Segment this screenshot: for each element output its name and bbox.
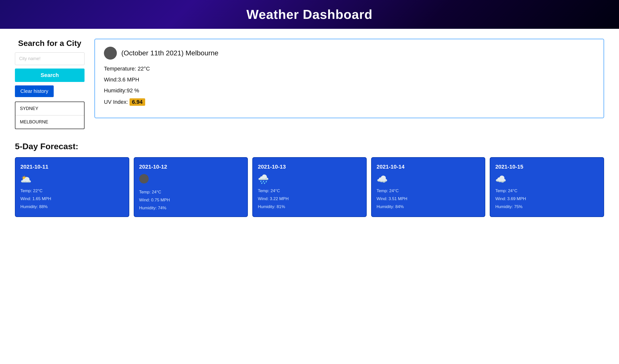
temperature-info: Temperature: 22°C [104,66,595,72]
forecast-icon-5: ☁️ [495,174,599,184]
forecast-wind-5: Wind: 3.69 MPH [495,196,599,201]
weather-card-header: (October 11th 2021) Melbourne [104,47,595,60]
forecast-date-1: 2021-10-11 [20,164,124,170]
forecast-date-4: 2021-10-14 [377,164,480,170]
forecast-wind-2: Wind: 0.75 MPH [139,198,243,203]
search-sidebar: Search for a City Search Clear history S… [15,39,85,129]
uv-info: UV Index: 6.94 [104,98,595,106]
history-item-sydney[interactable]: SYDNEY [15,102,84,115]
forecast-icon-4: ☁️ [377,174,480,184]
forecast-temp-4: Temp: 24°C [377,188,480,193]
forecast-grid: 2021-10-11 🌥️ Temp: 22°C Wind: 1.65 MPH … [15,157,604,217]
forecast-date-5: 2021-10-15 [495,164,599,170]
forecast-icon-2 [139,174,243,186]
weather-date-city: (October 11th 2021) Melbourne [121,49,219,57]
forecast-icon-3: 🌧️ [258,174,361,184]
current-weather-card: (October 11th 2021) Melbourne Temperatur… [94,39,604,118]
sidebar-title: Search for a City [15,39,85,48]
main-content: Search for a City Search Clear history S… [0,29,619,139]
uv-label: UV Index: [104,99,130,105]
forecast-temp-1: Temp: 22°C [20,188,124,193]
forecast-wind-4: Wind: 3.51 MPH [377,196,480,201]
forecast-temp-5: Temp: 24°C [495,188,599,193]
page-title: Weather Dashboard [10,7,609,22]
history-list: SYDNEY MELBOURNE [15,102,85,129]
app-header: Weather Dashboard [0,0,619,29]
forecast-section: 5-Day Forecast: 2021-10-11 🌥️ Temp: 22°C… [0,139,619,232]
city-input[interactable] [15,52,85,65]
humidity-info: Humidity:92 % [104,87,595,94]
forecast-humidity-2: Humidity: 74% [139,206,243,211]
forecast-icon-1: 🌥️ [20,174,124,184]
uv-value: 6.94 [130,98,145,106]
clear-history-button[interactable]: Clear history [15,85,54,97]
forecast-card-day-3: 2021-10-13 🌧️ Temp: 24°C Wind: 3.22 MPH … [252,157,367,217]
forecast-temp-3: Temp: 24°C [258,188,361,193]
history-item-melbourne[interactable]: MELBOURNE [15,115,84,129]
forecast-card-day-1: 2021-10-11 🌥️ Temp: 22°C Wind: 1.65 MPH … [15,157,129,217]
forecast-card-day-4: 2021-10-14 ☁️ Temp: 24°C Wind: 3.51 MPH … [371,157,486,217]
forecast-wind-1: Wind: 1.65 MPH [20,196,124,201]
search-button[interactable]: Search [15,69,85,82]
forecast-humidity-5: Humidity: 75% [495,204,599,209]
forecast-temp-2: Temp: 24°C [139,190,243,195]
forecast-card-day-2: 2021-10-12 Temp: 24°C Wind: 0.75 MPH Hum… [134,157,248,217]
forecast-humidity-4: Humidity: 84% [377,204,480,209]
forecast-card-day-5: 2021-10-15 ☁️ Temp: 24°C Wind: 3.69 MPH … [490,157,604,217]
forecast-wind-3: Wind: 3.22 MPH [258,196,361,201]
weather-icon [104,47,117,60]
forecast-date-2: 2021-10-12 [139,164,243,170]
forecast-date-3: 2021-10-13 [258,164,361,170]
forecast-humidity-1: Humidity: 88% [20,204,124,209]
forecast-humidity-3: Humidity: 81% [258,204,361,209]
forecast-title: 5-Day Forecast: [15,142,604,151]
wind-info: Wind:3.6 MPH [104,76,595,83]
